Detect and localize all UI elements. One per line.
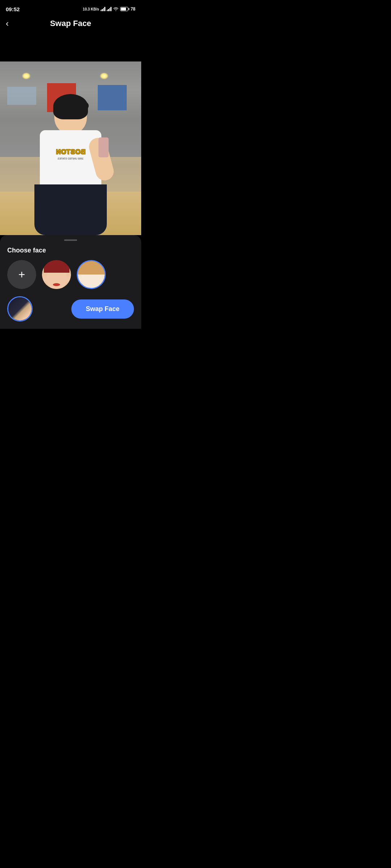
status-bar: 09:52 10.3 KB/s 78 [0,0,141,16]
drag-handle[interactable] [64,239,77,241]
face1-preview [42,260,71,289]
page-title: Swap Face [50,19,91,28]
source-image-preview[interactable] [7,296,33,322]
person-figure: BOSTON 1993 UNITED STATES [24,90,118,235]
add-face-button[interactable]: + [7,260,36,289]
ceiling-light-right [100,72,109,80]
signal-icon-1 [101,7,105,11]
choose-face-label: Choose face [7,247,134,254]
face2-shape [81,265,101,288]
photo-area: BOSTON 1993 UNITED STATES [0,61,141,235]
face2-preview [78,261,105,288]
lower-body [34,184,107,235]
face1-shape [47,265,67,289]
face2-hair [78,260,105,275]
face-option-1[interactable] [42,260,71,289]
battery-icon [120,7,129,11]
back-button[interactable]: ‹ [6,18,9,29]
status-time: 09:52 [6,6,20,12]
hair-bun [78,101,89,110]
shirt-text-sub: 1993 UNITED STATES [58,157,84,160]
face1-hair [44,260,70,273]
photo-background: BOSTON 1993 UNITED STATES [0,61,141,235]
status-right: 10.3 KB/s 78 [83,7,135,12]
top-spacer [0,33,141,61]
bottom-panel: Choose face + Swap Face [0,235,141,329]
face-option-2[interactable] [77,260,106,289]
swap-face-button[interactable]: Swap Face [71,299,134,319]
action-row: Swap Face [7,296,134,322]
held-phone [98,137,109,157]
battery-level: 78 [131,7,135,12]
shirt-text-main: BOSTON [56,148,86,156]
face1-lips [53,283,60,286]
signal-icon-2 [107,7,112,11]
face-options-row: + [7,260,134,289]
ceiling-light-left [22,72,31,80]
header: ‹ Swap Face [0,16,141,33]
wifi-icon [113,7,119,11]
source-preview-bg [8,297,31,320]
network-speed: 10.3 KB/s [83,7,99,11]
